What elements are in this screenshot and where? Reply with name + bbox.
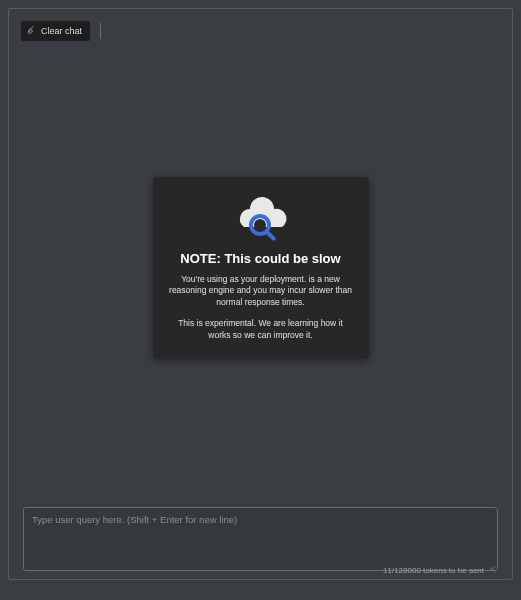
svg-rect-2 — [265, 230, 276, 241]
slow-notice-card: NOTE: This could be slow You're using as… — [153, 177, 369, 359]
cloud-search-icon — [169, 191, 353, 243]
notice-paragraph-2: This is experimental. We are learning ho… — [169, 318, 353, 341]
notice-paragraph-1: You're using as your deployment. is a ne… — [169, 274, 353, 308]
toolbar-divider — [100, 23, 101, 39]
svg-point-1 — [254, 219, 266, 231]
broom-icon — [27, 25, 37, 37]
query-input-container — [23, 507, 498, 571]
token-count-text: 11/128000 tokens to be sent — [383, 566, 484, 575]
clear-chat-label: Clear chat — [41, 26, 82, 36]
chat-panel: Clear chat NOTE: This could be slow You'… — [8, 8, 513, 580]
footer: 11/128000 tokens to be sent — [383, 564, 498, 576]
query-input[interactable] — [24, 508, 497, 570]
send-icon — [488, 564, 498, 576]
toolbar: Clear chat — [21, 21, 101, 41]
clear-chat-button[interactable]: Clear chat — [21, 21, 90, 41]
notice-title: NOTE: This could be slow — [169, 251, 353, 266]
